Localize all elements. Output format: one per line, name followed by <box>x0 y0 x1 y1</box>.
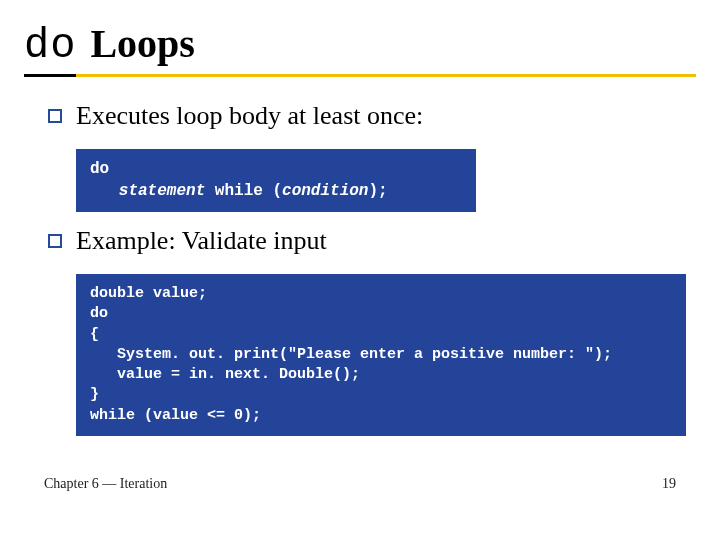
code-block-syntax: do statement while (condition); <box>76 149 476 212</box>
code-italic-condition: condition <box>282 182 368 200</box>
square-bullet-icon <box>48 234 62 248</box>
slide: do Loops Executes loop body at least onc… <box>0 0 720 540</box>
code-text: ); <box>368 182 387 200</box>
square-bullet-icon <box>48 109 62 123</box>
code-line: value = in. next. Double(); <box>90 366 360 383</box>
code-line: do <box>90 305 108 322</box>
slide-body: Executes loop body at least once: do sta… <box>24 101 696 436</box>
code-line: do <box>90 160 109 178</box>
footer-page-number: 19 <box>662 476 676 492</box>
title-loops: Loops <box>90 20 195 67</box>
code-indent <box>90 182 119 200</box>
bullet-item: Example: Validate input <box>48 226 696 256</box>
code-line: while (value <= 0); <box>90 407 261 424</box>
bullet-text: Example: Validate input <box>76 226 327 256</box>
code-italic-statement: statement <box>119 182 205 200</box>
slide-footer: Chapter 6 — Iteration 19 <box>44 476 676 492</box>
code-line: double value; <box>90 285 207 302</box>
bullet-item: Executes loop body at least once: <box>48 101 696 131</box>
code-text: while ( <box>205 182 282 200</box>
code-line: { <box>90 326 99 343</box>
code-block-example: double value; do { System. out. print("P… <box>76 274 686 436</box>
code-line: System. out. print("Please enter a posit… <box>90 346 612 363</box>
title-code-do: do <box>24 22 76 77</box>
footer-chapter: Chapter 6 — Iteration <box>44 476 167 492</box>
code-line: } <box>90 386 99 403</box>
slide-title: do Loops <box>24 20 696 77</box>
bullet-text: Executes loop body at least once: <box>76 101 423 131</box>
